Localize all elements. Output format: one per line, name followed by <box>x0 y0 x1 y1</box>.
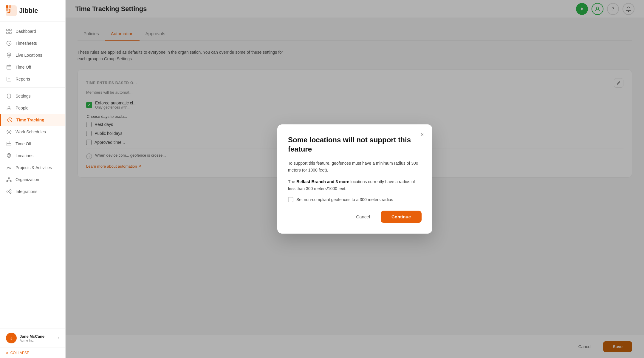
sidebar-item-live-locations[interactable]: Live Locations <box>0 49 65 61</box>
svg-rect-8 <box>10 32 11 34</box>
svg-line-39 <box>8 192 10 192</box>
sidebar-navigation: Dashboard Timesheets Live Locations Time… <box>0 22 65 328</box>
user-info: Jane McCane Acme Inc. <box>20 334 55 342</box>
locations-icon <box>6 153 12 159</box>
user-profile[interactable]: J Jane McCane Acme Inc. › <box>0 328 65 348</box>
user-name: Jane McCane <box>20 334 55 339</box>
dashboard-icon <box>6 28 12 34</box>
modal-checkbox-row: Set non-compliant geofences to a 300 met… <box>288 197 422 202</box>
reports-icon <box>6 76 12 82</box>
sidebar-item-work-schedules-label: Work Schedules <box>16 129 46 134</box>
sidebar-item-locations-label: Locations <box>16 153 33 158</box>
svg-point-10 <box>8 54 10 56</box>
svg-point-37 <box>10 192 11 194</box>
modal-body-1: To support this feature, geofences must … <box>288 160 422 174</box>
modal-title: Some locations will not support this fea… <box>288 135 422 154</box>
sidebar-item-time-off-settings[interactable]: Time Off <box>0 138 65 150</box>
modal-checkbox[interactable] <box>288 197 293 202</box>
time-off-settings-icon <box>6 141 12 147</box>
sidebar-item-locations[interactable]: Locations <box>0 150 65 162</box>
sidebar-item-time-off[interactable]: Time Off <box>0 61 65 73</box>
collapse-label: COLLAPSE <box>10 351 29 355</box>
sidebar-item-reports-label: Reports <box>16 77 30 81</box>
svg-point-23 <box>8 131 10 133</box>
sidebar-item-organization-label: Organization <box>16 177 39 182</box>
svg-rect-24 <box>7 142 11 146</box>
svg-point-31 <box>10 180 11 182</box>
svg-rect-2 <box>6 5 8 8</box>
svg-point-21 <box>8 106 10 108</box>
organization-icon <box>6 177 12 183</box>
sidebar-item-people-label: People <box>16 106 29 110</box>
modal-body-2: The Belfast Branch and 3 more locations … <box>288 178 422 192</box>
sidebar-item-reports[interactable]: Reports <box>0 73 65 85</box>
modal-body2-prefix: The <box>288 179 296 184</box>
time-tracking-icon <box>7 117 13 123</box>
svg-line-33 <box>7 180 9 180</box>
sidebar-item-time-off-settings-label: Time Off <box>16 141 31 146</box>
svg-rect-3 <box>9 5 11 8</box>
modal-close-button[interactable]: × <box>417 130 427 139</box>
svg-point-28 <box>8 155 10 156</box>
live-locations-icon <box>6 52 12 58</box>
modal-continue-button[interactable]: Continue <box>381 211 422 223</box>
svg-point-30 <box>7 180 8 182</box>
time-off-icon <box>6 64 12 70</box>
modal-checkbox-label: Set non-compliant geofences to a 300 met… <box>296 197 393 202</box>
timesheets-icon <box>6 40 12 46</box>
sidebar-item-organization[interactable]: Organization <box>0 174 65 186</box>
sidebar-item-dashboard[interactable]: Dashboard <box>0 25 65 37</box>
logo[interactable]: J Jibble <box>0 0 65 22</box>
svg-point-35 <box>7 191 8 192</box>
sidebar-item-dashboard-label: Dashboard <box>16 29 36 34</box>
svg-line-38 <box>8 191 10 192</box>
svg-line-34 <box>9 180 11 180</box>
sidebar-item-people[interactable]: People <box>0 102 65 114</box>
sidebar-item-time-tracking[interactable]: Time Tracking <box>0 114 65 126</box>
collapse-button[interactable]: « COLLAPSE <box>0 348 65 358</box>
modal-dialog: × Some locations will not support this f… <box>277 124 432 234</box>
svg-rect-11 <box>7 65 11 69</box>
user-avatar: J <box>6 333 17 343</box>
main-content: Time Tracking Settings ? Policies Automa… <box>66 0 644 358</box>
sidebar-item-projects-activities-label: Projects & Activities <box>16 165 52 170</box>
svg-rect-6 <box>10 29 11 31</box>
sidebar-item-integrations[interactable]: Integrations <box>0 186 65 197</box>
modal-cancel-button[interactable]: Cancel <box>350 211 376 222</box>
svg-rect-7 <box>7 32 8 34</box>
work-schedules-icon <box>6 129 12 135</box>
sidebar-item-timesheets-label: Timesheets <box>16 41 37 46</box>
sidebar-item-projects-activities[interactable]: Projects & Activities <box>0 162 65 174</box>
settings-icon <box>6 93 12 99</box>
svg-rect-4 <box>6 8 8 11</box>
svg-point-29 <box>8 178 10 179</box>
profile-expand-icon: › <box>58 336 59 340</box>
modal-actions: Cancel Continue <box>288 211 422 223</box>
svg-text:J: J <box>7 7 11 15</box>
sidebar-item-time-off-label: Time Off <box>16 65 31 70</box>
sidebar-item-timesheets[interactable]: Timesheets <box>0 37 65 49</box>
collapse-chevron-icon: « <box>6 351 8 355</box>
sidebar: J Jibble Dashboard Timesheets Live Locat… <box>0 0 66 358</box>
sidebar-item-work-schedules[interactable]: Work Schedules <box>0 126 65 138</box>
modal-overlay: × Some locations will not support this f… <box>66 0 644 358</box>
people-icon <box>6 105 12 111</box>
modal-body2-highlight: Belfast Branch and 3 more <box>296 179 349 184</box>
jibble-logo-icon: J <box>6 5 17 16</box>
sidebar-item-live-locations-label: Live Locations <box>16 53 42 58</box>
svg-point-36 <box>10 190 11 191</box>
user-company: Acme Inc. <box>20 339 55 342</box>
sidebar-item-settings-label: Settings <box>16 94 31 98</box>
integrations-icon <box>6 189 12 195</box>
svg-rect-5 <box>7 29 8 31</box>
sidebar-item-settings[interactable]: Settings <box>0 90 65 102</box>
sidebar-item-integrations-label: Integrations <box>16 189 37 194</box>
projects-activities-icon <box>6 165 12 171</box>
divider <box>0 87 65 88</box>
sidebar-item-time-tracking-label: Time Tracking <box>16 118 44 122</box>
brand-name: Jibble <box>19 7 38 15</box>
